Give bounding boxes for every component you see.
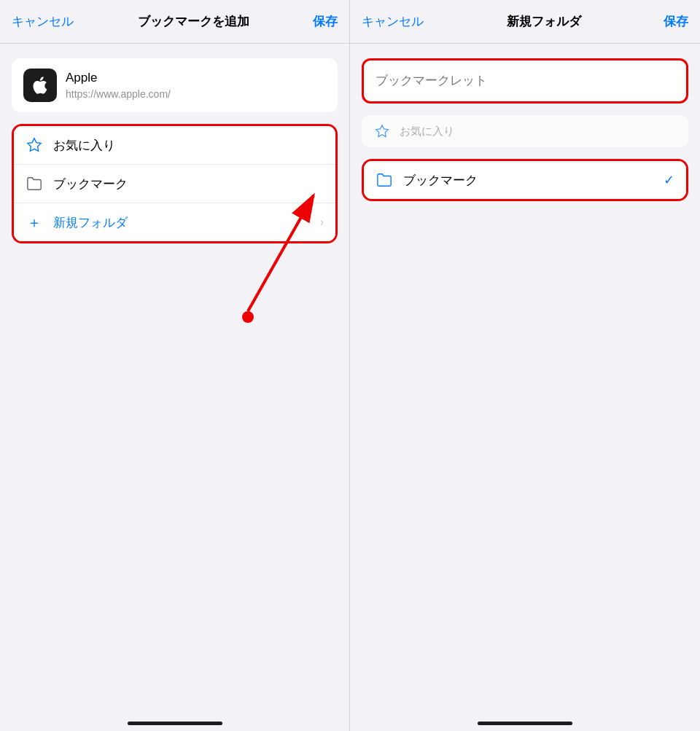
bookmark-row: Apple https://www.apple.com/ — [23, 69, 326, 102]
left-home-indicator — [0, 706, 349, 731]
right-nav-title: 新規フォルダ — [507, 13, 581, 30]
partial-favorites-label: お気に入り — [400, 125, 454, 138]
checkmark-icon: ✓ — [664, 172, 674, 188]
left-cancel-button[interactable]: キャンセル — [12, 13, 74, 30]
chevron-right-icon: › — [320, 216, 324, 229]
bookmark-texts: Apple https://www.apple.com/ — [66, 71, 171, 100]
new-folder-label: 新規フォルダ — [53, 214, 310, 231]
partial-star-icon — [373, 122, 391, 140]
right-cancel-button[interactable]: キャンセル — [362, 13, 424, 30]
favorites-item[interactable]: お気に入り — [14, 126, 335, 165]
svg-marker-4 — [376, 125, 389, 137]
right-home-indicator — [350, 706, 700, 731]
bookmark-site-title: Apple — [66, 71, 171, 85]
right-nav-bar: キャンセル 新規フォルダ 保存 — [350, 0, 700, 44]
apple-svg — [30, 75, 50, 95]
selected-bookmark-label: ブックマーク — [403, 172, 653, 189]
right-panel: キャンセル 新規フォルダ 保存 お気に入り ブックマーク — [350, 0, 700, 731]
right-save-button[interactable]: 保存 — [664, 13, 688, 30]
bookmark-info-card: Apple https://www.apple.com/ — [12, 58, 338, 112]
left-nav-bar: キャンセル ブックマークを追加 保存 — [0, 0, 349, 44]
location-list: お気に入り ブックマーク ＋ 新規フォルダ › — [12, 124, 338, 243]
right-home-bar — [478, 722, 572, 725]
bookmark-selected-item[interactable]: ブックマーク ✓ — [362, 159, 688, 201]
selected-item-row[interactable]: ブックマーク ✓ — [364, 161, 686, 199]
left-nav-title: ブックマークを追加 — [138, 13, 249, 30]
folder-name-input[interactable] — [362, 58, 688, 103]
left-panel: キャンセル ブックマークを追加 保存 Apple https://www.app… — [0, 0, 350, 731]
apple-logo-icon — [23, 69, 57, 102]
bookmarks-label: ブックマーク — [53, 176, 324, 192]
folder-icon — [26, 175, 43, 192]
bookmark-site-url: https://www.apple.com/ — [66, 88, 171, 100]
favorites-label: お気に入り — [53, 137, 324, 154]
plus-icon: ＋ — [26, 214, 43, 231]
bookmarks-item[interactable]: ブックマーク — [14, 165, 335, 203]
partial-favorites-item: お気に入り — [362, 115, 688, 147]
left-save-button[interactable]: 保存 — [313, 13, 338, 30]
left-home-bar — [128, 722, 222, 725]
star-icon — [26, 136, 43, 154]
left-content: Apple https://www.apple.com/ お気に入り — [0, 44, 349, 706]
selected-folder-icon — [376, 171, 393, 189]
new-folder-item[interactable]: ＋ 新規フォルダ › — [14, 203, 335, 241]
right-content: お気に入り ブックマーク ✓ — [350, 44, 700, 706]
svg-marker-0 — [28, 138, 41, 151]
